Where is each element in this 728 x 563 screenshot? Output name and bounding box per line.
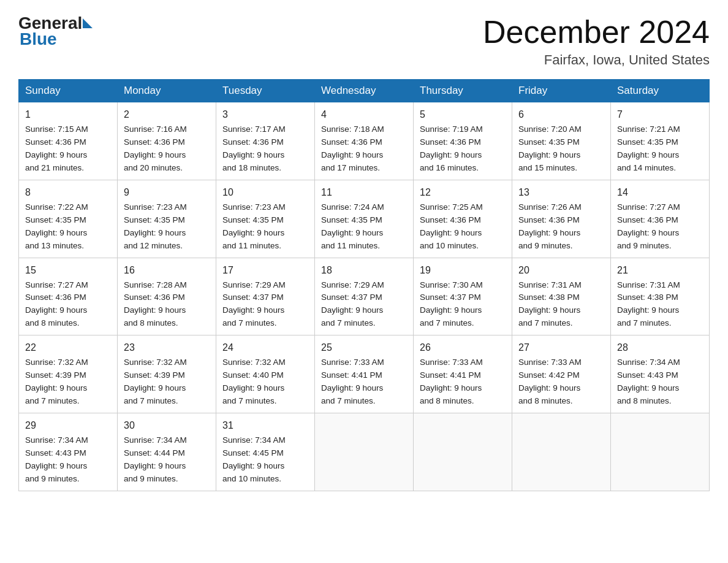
day-number: 11 (321, 185, 407, 200)
header-cell-tuesday: Tuesday (216, 80, 315, 102)
day-number: 13 (518, 185, 604, 200)
day-number: 8 (25, 185, 111, 200)
calendar-title: December 2024 (483, 15, 710, 50)
day-info: Sunrise: 7:29 AMSunset: 4:37 PMDaylight:… (222, 280, 286, 328)
calendar-cell: 3 Sunrise: 7:17 AMSunset: 4:36 PMDayligh… (216, 102, 315, 180)
day-number: 15 (25, 263, 111, 278)
day-number: 24 (222, 340, 308, 355)
calendar-week-row: 22 Sunrise: 7:32 AMSunset: 4:39 PMDaylig… (19, 335, 710, 413)
day-info: Sunrise: 7:33 AMSunset: 4:41 PMDaylight:… (420, 358, 483, 405)
day-number: 23 (124, 340, 210, 355)
logo-blue-text: Blue (18, 31, 93, 48)
day-info: Sunrise: 7:26 AMSunset: 4:36 PMDaylight:… (518, 202, 582, 250)
day-info: Sunrise: 7:34 AMSunset: 4:44 PMDaylight:… (124, 435, 187, 483)
calendar-cell: 24 Sunrise: 7:32 AMSunset: 4:40 PMDaylig… (216, 335, 315, 413)
calendar-week-row: 1 Sunrise: 7:15 AMSunset: 4:36 PMDayligh… (19, 102, 710, 180)
day-number: 16 (124, 263, 210, 278)
day-number: 10 (222, 185, 308, 200)
day-number: 2 (124, 107, 210, 122)
calendar-cell: 18 Sunrise: 7:29 AMSunset: 4:37 PMDaylig… (315, 258, 414, 335)
calendar-cell: 22 Sunrise: 7:32 AMSunset: 4:39 PMDaylig… (19, 335, 118, 413)
day-number: 19 (420, 263, 506, 278)
day-number: 6 (518, 107, 604, 122)
day-info: Sunrise: 7:17 AMSunset: 4:36 PMDaylight:… (222, 124, 286, 172)
day-number: 30 (124, 418, 210, 433)
calendar-cell: 15 Sunrise: 7:27 AMSunset: 4:36 PMDaylig… (19, 258, 118, 335)
header-cell-saturday: Saturday (611, 80, 710, 102)
day-info: Sunrise: 7:15 AMSunset: 4:36 PMDaylight:… (25, 124, 88, 172)
header-row: SundayMondayTuesdayWednesdayThursdayFrid… (19, 80, 710, 102)
calendar-cell: 11 Sunrise: 7:24 AMSunset: 4:35 PMDaylig… (315, 180, 414, 258)
day-info: Sunrise: 7:32 AMSunset: 4:39 PMDaylight:… (124, 358, 187, 405)
calendar-body: 1 Sunrise: 7:15 AMSunset: 4:36 PMDayligh… (19, 102, 710, 491)
calendar-cell: 7 Sunrise: 7:21 AMSunset: 4:35 PMDayligh… (611, 102, 710, 180)
calendar-cell: 12 Sunrise: 7:25 AMSunset: 4:36 PMDaylig… (414, 180, 512, 258)
day-number: 18 (321, 263, 407, 278)
day-number: 26 (420, 340, 506, 355)
day-info: Sunrise: 7:30 AMSunset: 4:37 PMDaylight:… (420, 280, 483, 328)
day-info: Sunrise: 7:20 AMSunset: 4:35 PMDaylight:… (518, 124, 582, 172)
day-number: 21 (617, 263, 703, 278)
day-info: Sunrise: 7:16 AMSunset: 4:36 PMDaylight:… (124, 124, 187, 172)
calendar-cell: 14 Sunrise: 7:27 AMSunset: 4:36 PMDaylig… (611, 180, 710, 258)
day-info: Sunrise: 7:23 AMSunset: 4:35 PMDaylight:… (124, 202, 187, 250)
calendar-header: SundayMondayTuesdayWednesdayThursdayFrid… (19, 80, 710, 102)
day-info: Sunrise: 7:22 AMSunset: 4:35 PMDaylight:… (25, 202, 88, 250)
calendar-cell: 20 Sunrise: 7:31 AMSunset: 4:38 PMDaylig… (512, 258, 611, 335)
calendar-cell: 27 Sunrise: 7:33 AMSunset: 4:42 PMDaylig… (512, 335, 611, 413)
calendar-cell: 9 Sunrise: 7:23 AMSunset: 4:35 PMDayligh… (118, 180, 216, 258)
title-area: December 2024 Fairfax, Iowa, United Stat… (483, 15, 710, 68)
calendar-week-row: 15 Sunrise: 7:27 AMSunset: 4:36 PMDaylig… (19, 258, 710, 335)
day-number: 22 (25, 340, 111, 355)
day-number: 12 (420, 185, 506, 200)
day-info: Sunrise: 7:21 AMSunset: 4:35 PMDaylight:… (617, 124, 680, 172)
calendar-cell: 21 Sunrise: 7:31 AMSunset: 4:38 PMDaylig… (611, 258, 710, 335)
calendar-cell: 1 Sunrise: 7:15 AMSunset: 4:36 PMDayligh… (19, 102, 118, 180)
day-info: Sunrise: 7:29 AMSunset: 4:37 PMDaylight:… (321, 280, 384, 328)
calendar-subtitle: Fairfax, Iowa, United States (483, 52, 710, 68)
calendar-cell: 19 Sunrise: 7:30 AMSunset: 4:37 PMDaylig… (414, 258, 512, 335)
header-cell-sunday: Sunday (19, 80, 118, 102)
day-number: 5 (420, 107, 506, 122)
calendar-cell: 8 Sunrise: 7:22 AMSunset: 4:35 PMDayligh… (19, 180, 118, 258)
calendar-cell: 17 Sunrise: 7:29 AMSunset: 4:37 PMDaylig… (216, 258, 315, 335)
header-cell-monday: Monday (118, 80, 216, 102)
day-number: 14 (617, 185, 703, 200)
calendar-cell: 30 Sunrise: 7:34 AMSunset: 4:44 PMDaylig… (118, 413, 216, 491)
calendar-cell: 25 Sunrise: 7:33 AMSunset: 4:41 PMDaylig… (315, 335, 414, 413)
header-cell-thursday: Thursday (414, 80, 512, 102)
calendar-cell: 16 Sunrise: 7:28 AMSunset: 4:36 PMDaylig… (118, 258, 216, 335)
calendar-cell (611, 413, 710, 491)
logo: General Blue (18, 15, 93, 48)
day-info: Sunrise: 7:27 AMSunset: 4:36 PMDaylight:… (617, 202, 680, 250)
day-info: Sunrise: 7:33 AMSunset: 4:41 PMDaylight:… (321, 358, 384, 405)
calendar-cell: 2 Sunrise: 7:16 AMSunset: 4:36 PMDayligh… (118, 102, 216, 180)
day-number: 27 (518, 340, 604, 355)
calendar-cell: 6 Sunrise: 7:20 AMSunset: 4:35 PMDayligh… (512, 102, 611, 180)
day-number: 28 (617, 340, 703, 355)
calendar-cell (315, 413, 414, 491)
calendar-cell: 28 Sunrise: 7:34 AMSunset: 4:43 PMDaylig… (611, 335, 710, 413)
day-info: Sunrise: 7:31 AMSunset: 4:38 PMDaylight:… (518, 280, 582, 328)
page-header: General Blue December 2024 Fairfax, Iowa… (18, 15, 710, 68)
day-number: 17 (222, 263, 308, 278)
calendar-week-row: 8 Sunrise: 7:22 AMSunset: 4:35 PMDayligh… (19, 180, 710, 258)
day-info: Sunrise: 7:34 AMSunset: 4:43 PMDaylight:… (25, 435, 88, 483)
calendar-cell: 29 Sunrise: 7:34 AMSunset: 4:43 PMDaylig… (19, 413, 118, 491)
day-info: Sunrise: 7:19 AMSunset: 4:36 PMDaylight:… (420, 124, 483, 172)
calendar-cell: 26 Sunrise: 7:33 AMSunset: 4:41 PMDaylig… (414, 335, 512, 413)
calendar-cell: 13 Sunrise: 7:26 AMSunset: 4:36 PMDaylig… (512, 180, 611, 258)
day-info: Sunrise: 7:32 AMSunset: 4:39 PMDaylight:… (25, 358, 88, 405)
day-info: Sunrise: 7:27 AMSunset: 4:36 PMDaylight:… (25, 280, 88, 328)
day-info: Sunrise: 7:18 AMSunset: 4:36 PMDaylight:… (321, 124, 384, 172)
day-number: 3 (222, 107, 308, 122)
calendar-cell (414, 413, 512, 491)
calendar-cell: 5 Sunrise: 7:19 AMSunset: 4:36 PMDayligh… (414, 102, 512, 180)
calendar-table: SundayMondayTuesdayWednesdayThursdayFrid… (18, 79, 710, 491)
day-info: Sunrise: 7:34 AMSunset: 4:43 PMDaylight:… (617, 358, 680, 405)
day-info: Sunrise: 7:33 AMSunset: 4:42 PMDaylight:… (518, 358, 582, 405)
day-number: 9 (124, 185, 210, 200)
day-number: 31 (222, 418, 308, 433)
day-number: 25 (321, 340, 407, 355)
day-number: 29 (25, 418, 111, 433)
